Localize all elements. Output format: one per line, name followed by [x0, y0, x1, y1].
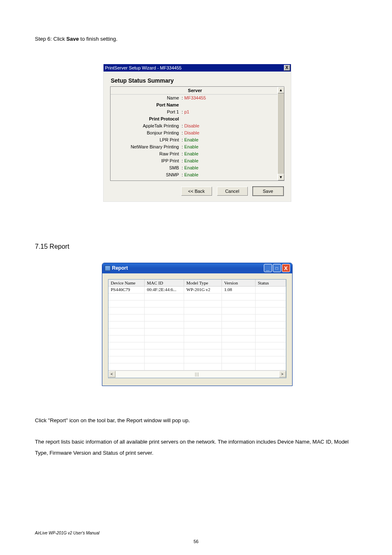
row-netware: NetWare Binary Printing:Enable: [111, 143, 280, 150]
value-bonjour: Disable: [184, 130, 280, 136]
wizard-close-button[interactable]: X: [284, 65, 290, 71]
wizard-title: PrintServer Setup Wizard - MF334455: [105, 65, 182, 70]
section-heading: 7.15 Report: [35, 243, 359, 250]
label-netware: NetWare Binary Printing: [111, 143, 180, 150]
label-lpr: LPR Print: [111, 136, 180, 143]
header-version[interactable]: Version: [222, 280, 256, 287]
cell-mac-id: 00:4F:2E:44:6...: [145, 287, 184, 294]
colon: :: [180, 164, 184, 171]
header-mac-id[interactable]: MAC ID: [145, 280, 184, 287]
table-row: [108, 321, 286, 328]
row-snmp: SNMP:Enable: [111, 171, 280, 178]
header-portname: Port Name: [111, 102, 180, 109]
save-button[interactable]: Save: [253, 187, 284, 196]
row-smb: SMB:Enable: [111, 164, 280, 171]
row-protocol-header: Print Protocol: [111, 116, 280, 123]
value-snmp: Enable: [184, 171, 280, 178]
label-snmp: SNMP: [111, 171, 180, 178]
label-raw: Raw Print: [111, 150, 180, 157]
value-ipp: Enable: [184, 157, 280, 164]
footer-note: AirLive WP-201G v2 User's Manual: [35, 531, 99, 535]
label-ipp: IPP Print: [111, 157, 180, 164]
value-name: MF334455: [184, 95, 280, 102]
report-h-scrollbar[interactable]: < ||| >: [108, 370, 286, 378]
scroll-left-button[interactable]: <: [108, 371, 115, 377]
colon: :: [180, 143, 184, 150]
wizard-heading: Setup Status Summary: [110, 77, 284, 84]
close-icon: X: [286, 65, 288, 70]
scroll-up-button[interactable]: ▲: [278, 87, 284, 93]
table-row: [108, 335, 286, 342]
summary-rows: Name:MF334455 Port Name Port 1:p1 Print …: [111, 95, 280, 178]
table-row: [108, 356, 286, 363]
value-netware: Enable: [184, 143, 280, 150]
back-button[interactable]: << Back: [181, 187, 212, 196]
paragraph-1: Click "Report" icon on the tool bar, the…: [35, 415, 359, 426]
scroll-right-button[interactable]: >: [279, 371, 286, 377]
colon: :: [180, 136, 184, 143]
page-number: 56: [0, 539, 392, 544]
label-bonjour: Bonjour Printing: [111, 130, 180, 136]
value-smb: Enable: [184, 164, 280, 171]
report-app-icon: [105, 266, 111, 271]
minimize-button[interactable]: _: [264, 264, 272, 272]
report-titlebar: Report _ □ X: [102, 263, 292, 273]
cell-version: 1.08: [222, 287, 256, 294]
colon: :: [180, 150, 184, 157]
scrollbar-thumb-icon: |||: [194, 371, 201, 377]
report-close-button[interactable]: X: [282, 264, 290, 272]
table-row[interactable]: PS446C79 00:4F:2E:44:6... WP-201G v2 1.0…: [108, 287, 286, 294]
row-portname-header: Port Name: [111, 102, 280, 109]
row-raw: Raw Print:Enable: [111, 150, 280, 157]
chevron-down-icon: ▼: [279, 175, 283, 179]
value-lpr: Enable: [184, 136, 280, 143]
cell-device-name: PS446C79: [108, 287, 145, 294]
cancel-button[interactable]: Cancel: [217, 187, 248, 196]
table-row: [108, 363, 286, 370]
value-port1: p1: [184, 109, 280, 116]
row-ipp: IPP Print:Enable: [111, 157, 280, 164]
chevron-left-icon: <: [111, 372, 113, 376]
chevron-right-icon: >: [281, 372, 283, 376]
paragraph-2: The report lists basic information of al…: [35, 436, 359, 459]
table-row: [108, 342, 286, 349]
cell-status: [256, 287, 286, 294]
scrollbar-track[interactable]: |||: [115, 371, 279, 377]
row-appletalk: AppleTalk Printing:Disable: [111, 123, 280, 130]
header-protocol: Print Protocol: [111, 116, 180, 123]
table-row: [108, 301, 286, 308]
wizard-summary-panel: Server Name:MF334455 Port Name Port 1:p1…: [110, 86, 284, 181]
wizard-button-row: << Back Cancel Save: [110, 187, 284, 196]
table-row: [108, 349, 286, 356]
report-window: Report _ □ X Device Name MAC ID Model Ty…: [102, 263, 293, 386]
step-6-prefix: Step 6: Click: [35, 36, 67, 42]
header-device-name[interactable]: Device Name: [108, 280, 145, 287]
maximize-button[interactable]: □: [273, 264, 281, 272]
header-status[interactable]: Status: [256, 280, 286, 287]
step-6-suffix: to finish setting.: [79, 36, 118, 42]
report-table-header: Device Name MAC ID Model Type Version St…: [108, 280, 286, 287]
row-port1: Port 1:p1: [111, 109, 280, 116]
row-lpr: LPR Print:Enable: [111, 136, 280, 143]
maximize-icon: □: [275, 266, 278, 271]
colon: :: [180, 109, 184, 116]
colon: :: [180, 130, 184, 136]
value-raw: Enable: [184, 150, 280, 157]
step-6-text: Step 6: Click Save to finish setting.: [35, 35, 359, 44]
label-appletalk: AppleTalk Printing: [111, 123, 180, 130]
wizard-scrollbar[interactable]: ▲ ▼: [277, 87, 284, 180]
label-port1: Port 1: [111, 109, 180, 116]
table-row: [108, 308, 286, 314]
step-6-bold: Save: [67, 36, 79, 42]
row-name: Name:MF334455: [111, 95, 280, 102]
cell-model-type: WP-201G v2: [184, 287, 222, 294]
header-model-type[interactable]: Model Type: [184, 280, 222, 287]
report-table: Device Name MAC ID Model Type Version St…: [108, 279, 286, 378]
report-body: Device Name MAC ID Model Type Version St…: [102, 273, 292, 386]
close-icon: X: [284, 265, 288, 271]
report-title: Report: [112, 265, 128, 271]
label-smb: SMB: [111, 164, 180, 171]
scroll-down-button[interactable]: ▼: [278, 174, 284, 180]
colon: :: [180, 157, 184, 164]
label-name: Name: [111, 95, 180, 102]
